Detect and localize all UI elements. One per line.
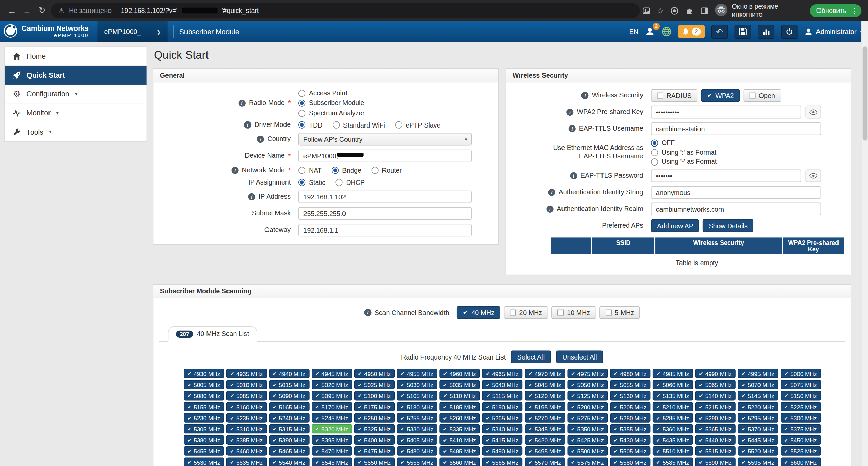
frequency-button-5085[interactable]: ✔5085 MHz: [226, 391, 267, 401]
frequency-button-5105[interactable]: ✔5105 MHz: [397, 391, 437, 401]
page-scrollbar[interactable]: [861, 21, 868, 466]
frequency-button-5305[interactable]: ✔5305 MHz: [183, 424, 224, 434]
frequency-button-5010[interactable]: ✔5010 MHz: [226, 380, 267, 389]
frequency-button-5380[interactable]: ✔5380 MHz: [183, 435, 224, 445]
frequency-button-5030[interactable]: ✔5030 MHz: [397, 380, 437, 389]
frequency-button-5240[interactable]: ✔5240 MHz: [269, 413, 309, 423]
frequency-button-5330[interactable]: ✔5330 MHz: [397, 424, 437, 434]
frequency-button-5555[interactable]: ✔5555 MHz: [397, 458, 437, 466]
frequency-button-5295[interactable]: ✔5295 MHz: [738, 413, 778, 423]
frequency-button-5320[interactable]: ✔5320 MHz: [311, 424, 352, 434]
auth-identity-realm-input[interactable]: [651, 203, 821, 216]
frequency-button-5035[interactable]: ✔5035 MHz: [439, 380, 480, 389]
frequency-button-5595[interactable]: ✔5595 MHz: [738, 458, 778, 466]
frequency-button-5055[interactable]: ✔5055 MHz: [610, 380, 650, 389]
frequency-button-5360[interactable]: ✔5360 MHz: [652, 424, 693, 434]
info-icon[interactable]: i: [548, 189, 555, 196]
sidebar-item-configuration[interactable]: ⚙ Configuration ▾: [5, 85, 147, 104]
frequency-button-5405[interactable]: ✔5405 MHz: [397, 435, 437, 445]
frequency-button-5365[interactable]: ✔5365 MHz: [695, 424, 735, 434]
frequency-button-5520[interactable]: ✔5520 MHz: [738, 446, 778, 456]
frequency-button-5420[interactable]: ✔5420 MHz: [525, 435, 565, 445]
eap-password-input[interactable]: [651, 170, 801, 182]
radio-option-eptp-slave[interactable]: ePTP Slave: [395, 121, 440, 129]
toggle-option-20-mhz[interactable]: 20 MHz: [504, 306, 548, 319]
frequency-button-5195[interactable]: ✔5195 MHz: [525, 402, 565, 411]
frequency-button-5070[interactable]: ✔5070 MHz: [738, 380, 778, 389]
device-selector[interactable]: ePMP1000_ ❯: [98, 21, 167, 42]
sidebar-item-quick-start[interactable]: Quick Start: [5, 66, 147, 85]
frequency-button-4945[interactable]: ✔4945 MHz: [311, 369, 352, 378]
frequency-button-5145[interactable]: ✔5145 MHz: [738, 391, 778, 401]
frequency-button-5490[interactable]: ✔5490 MHz: [482, 446, 522, 456]
frequency-button-5275[interactable]: ✔5275 MHz: [567, 413, 608, 423]
frequency-button-5285[interactable]: ✔5285 MHz: [652, 413, 693, 423]
frequency-button-4975[interactable]: ✔4975 MHz: [567, 369, 608, 378]
frequency-button-5455[interactable]: ✔5455 MHz: [183, 446, 224, 456]
side-panel-icon[interactable]: [701, 6, 709, 15]
sidebar-item-monitor[interactable]: Monitor ▾: [5, 103, 147, 122]
frequency-button-5235[interactable]: ✔5235 MHz: [226, 413, 267, 423]
radio-option-using-as-format[interactable]: Using '-' as Format: [651, 158, 821, 166]
radio-option-subscriber-module[interactable]: Subscriber Module: [298, 99, 472, 107]
frequency-button-5225[interactable]: ✔5225 MHz: [780, 402, 821, 411]
frequency-button-5435[interactable]: ✔5435 MHz: [652, 435, 693, 445]
frequency-button-5570[interactable]: ✔5570 MHz: [525, 458, 565, 466]
frequency-button-5075[interactable]: ✔5075 MHz: [780, 380, 821, 389]
frequency-button-5215[interactable]: ✔5215 MHz: [695, 402, 735, 411]
frequency-button-5155[interactable]: ✔5155 MHz: [183, 402, 224, 411]
frequency-button-5530[interactable]: ✔5530 MHz: [183, 458, 224, 466]
info-icon[interactable]: i: [238, 99, 245, 106]
info-icon[interactable]: i: [257, 136, 264, 143]
info-icon[interactable]: i: [570, 172, 577, 179]
frequency-button-5290[interactable]: ✔5290 MHz: [695, 413, 735, 423]
frequency-button-5110[interactable]: ✔5110 MHz: [439, 391, 480, 401]
frequency-button-5245[interactable]: ✔5245 MHz: [311, 413, 352, 423]
back-icon[interactable]: ←: [5, 6, 18, 15]
frequency-button-5175[interactable]: ✔5175 MHz: [354, 402, 394, 411]
radio-option-nat[interactable]: NAT: [298, 167, 322, 174]
radio-option-standard-wifi[interactable]: Standard WiFi: [333, 121, 385, 129]
frequency-button-4935[interactable]: ✔4935 MHz: [226, 369, 267, 378]
frequency-button-5015[interactable]: ✔5015 MHz: [269, 380, 309, 389]
frequency-button-5300[interactable]: ✔5300 MHz: [780, 413, 821, 423]
alerts-button[interactable]: 2: [678, 25, 705, 38]
subnet-mask-input[interactable]: [298, 207, 472, 220]
frequency-button-5005[interactable]: ✔5005 MHz: [183, 380, 224, 389]
frequency-button-5385[interactable]: ✔5385 MHz: [226, 435, 267, 445]
frequency-button-5470[interactable]: ✔5470 MHz: [311, 446, 352, 456]
frequency-button-5370[interactable]: ✔5370 MHz: [738, 424, 778, 434]
info-icon[interactable]: i: [248, 193, 255, 200]
frequency-button-5060[interactable]: ✔5060 MHz: [652, 380, 693, 389]
info-icon[interactable]: i: [231, 167, 238, 174]
frequency-button-5265[interactable]: ✔5265 MHz: [482, 413, 522, 423]
frequency-button-5255[interactable]: ✔5255 MHz: [397, 413, 437, 423]
frequency-button-5350[interactable]: ✔5350 MHz: [567, 424, 608, 434]
eap-username-input[interactable]: [651, 122, 821, 135]
frequency-button-5130[interactable]: ✔5130 MHz: [610, 391, 650, 401]
browser-menu-icon[interactable]: ⋮: [851, 6, 858, 15]
browser-update-button[interactable]: Обновить ⋮: [810, 4, 861, 17]
media-icon[interactable]: [642, 6, 650, 15]
info-icon[interactable]: i: [546, 206, 553, 213]
info-icon[interactable]: i: [566, 109, 573, 116]
toggle-option-10-mhz[interactable]: 10 MHz: [552, 306, 596, 319]
frequency-button-5355[interactable]: ✔5355 MHz: [610, 424, 650, 434]
frequency-button-5140[interactable]: ✔5140 MHz: [695, 391, 735, 401]
frequency-button-5040[interactable]: ✔5040 MHz: [482, 380, 522, 389]
undo-button[interactable]: ↶: [711, 25, 728, 39]
frequency-button-5415[interactable]: ✔5415 MHz: [482, 435, 522, 445]
show-details-button[interactable]: Show Details: [703, 219, 753, 232]
frequency-button-5340[interactable]: ✔5340 MHz: [482, 424, 522, 434]
frequency-button-5260[interactable]: ✔5260 MHz: [439, 413, 480, 423]
radio-option-spectrum-analyzer[interactable]: Spectrum Analyzer: [298, 109, 472, 117]
frequency-button-5390[interactable]: ✔5390 MHz: [269, 435, 309, 445]
select-all-button[interactable]: Select All: [511, 350, 551, 363]
frequency-button-5540[interactable]: ✔5540 MHz: [269, 458, 309, 466]
frequency-button-5180[interactable]: ✔5180 MHz: [397, 402, 437, 411]
frequency-button-5115[interactable]: ✔5115 MHz: [482, 391, 522, 401]
frequency-button-5525[interactable]: ✔5525 MHz: [780, 446, 821, 456]
frequency-button-5065[interactable]: ✔5065 MHz: [695, 380, 735, 389]
frequency-button-5440[interactable]: ✔5440 MHz: [695, 435, 735, 445]
show-wpa2-key-button[interactable]: [806, 106, 821, 119]
